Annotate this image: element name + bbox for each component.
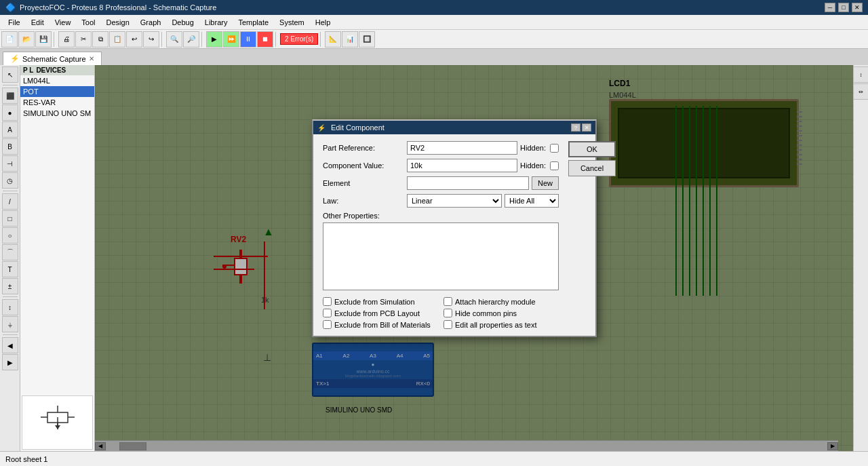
- component-value-row: Component Value: Hidden:: [323, 159, 559, 172]
- tool-symbol[interactable]: ±: [2, 278, 18, 294]
- tb-layout[interactable]: 📊: [342, 31, 358, 47]
- law-select[interactable]: Linear Audio Antilog: [407, 194, 502, 208]
- dialog-wrapper: Part Reference: Hidden: Component Value:…: [313, 134, 595, 336]
- tool-terminal[interactable]: ⊣: [2, 155, 18, 172]
- exclude-bom-row: Exclude from Bill of Materials: [323, 320, 438, 329]
- left-tool-panel: ↖ ⬛ ● A B ⊣ ◷ / □ ○ ⌒ T ± ↕ ⏚ ◀ ▶: [0, 65, 20, 451]
- tool-tape[interactable]: ⏚: [2, 316, 18, 332]
- dialog-title-text: Edit Component: [331, 123, 384, 132]
- tb-undo[interactable]: ↩: [126, 31, 142, 47]
- tb-paste[interactable]: 📋: [109, 31, 125, 47]
- tb-zoom-out[interactable]: 🔎: [183, 31, 199, 47]
- error-badge[interactable]: 2 Error(s): [280, 33, 318, 45]
- status-text: Root sheet 1: [5, 455, 47, 463]
- tb-3d[interactable]: 🔲: [359, 31, 375, 47]
- other-properties-textarea[interactable]: [323, 222, 559, 290]
- edit-component-dialog: ⚡ Edit Component ? ✕ Part Reference:: [312, 119, 597, 337]
- device-item-pot[interactable]: POT: [20, 86, 94, 97]
- attach-hierarchy-checkbox[interactable]: [443, 297, 452, 306]
- tool-junction[interactable]: ●: [2, 104, 18, 121]
- tool-pointer[interactable]: ↖: [2, 66, 18, 83]
- other-properties-section: Other Properties:: [323, 212, 559, 292]
- element-new-button[interactable]: New: [532, 176, 559, 190]
- law-visibility-select[interactable]: Hide All Show All None: [505, 194, 559, 208]
- menu-template[interactable]: Template: [233, 17, 274, 28]
- dialog-close-btn[interactable]: ✕: [582, 123, 591, 132]
- tool-port[interactable]: ◷: [2, 172, 18, 189]
- status-bar: Root sheet 1: [0, 451, 868, 466]
- menu-help[interactable]: Help: [310, 17, 336, 28]
- close-window-button[interactable]: ✕: [852, 3, 863, 12]
- device-item-simulino[interactable]: SIMULINO UNO SM: [20, 108, 94, 119]
- tb-cut[interactable]: ✂: [75, 31, 92, 47]
- tool-line[interactable]: /: [2, 193, 18, 210]
- tb-pause[interactable]: ⏸: [240, 31, 256, 47]
- tool-probe[interactable]: ↕: [2, 299, 18, 315]
- tab-schematic[interactable]: ⚡ Schematic Capture ✕: [3, 52, 102, 65]
- component-value-hidden-label: Hidden:: [520, 161, 546, 170]
- cancel-button[interactable]: Cancel: [568, 160, 616, 176]
- tb-copy[interactable]: ⧉: [92, 31, 108, 47]
- hide-common-pins-checkbox[interactable]: [443, 309, 452, 317]
- tb-run[interactable]: ▶: [206, 31, 222, 47]
- exclude-simulation-checkbox[interactable]: [323, 297, 332, 306]
- tool-box[interactable]: □: [2, 210, 18, 227]
- menu-graph[interactable]: Graph: [135, 17, 167, 28]
- tool-bus-label[interactable]: B: [2, 138, 18, 155]
- component-value-hidden-checkbox[interactable]: [550, 161, 559, 170]
- menu-edit[interactable]: Edit: [26, 17, 50, 28]
- tool-text[interactable]: T: [2, 261, 18, 277]
- menu-debug[interactable]: Debug: [166, 17, 199, 28]
- tb-redo[interactable]: ↪: [143, 31, 159, 47]
- tool-arc[interactable]: ⌒: [2, 244, 18, 260]
- dialog-title-controls[interactable]: ? ✕: [571, 123, 591, 132]
- tool-wire-label[interactable]: A: [2, 121, 18, 138]
- menu-system[interactable]: System: [274, 17, 310, 28]
- dialog-help-title-btn[interactable]: ?: [571, 123, 580, 132]
- menu-library[interactable]: Library: [199, 17, 233, 28]
- device-item-res-var[interactable]: RES-VAR: [20, 97, 94, 108]
- tb-save[interactable]: 💾: [35, 31, 52, 47]
- maximize-button[interactable]: □: [838, 3, 849, 12]
- tool-sep2: [3, 191, 18, 191]
- menu-tool[interactable]: Tool: [76, 17, 100, 28]
- svg-marker-6: [55, 425, 60, 429]
- tb-stop[interactable]: ⏹: [257, 31, 273, 47]
- tb-step[interactable]: ⏩: [223, 31, 239, 47]
- tb-new[interactable]: 📄: [1, 31, 18, 47]
- tool-nav-right[interactable]: ▶: [2, 354, 18, 370]
- component-value-input[interactable]: [407, 159, 517, 172]
- title-bar-controls[interactable]: ─ □ ✕: [825, 3, 863, 12]
- tool-circle[interactable]: ○: [2, 227, 18, 244]
- menu-view[interactable]: View: [50, 17, 77, 28]
- part-reference-label: Part Reference:: [323, 144, 404, 152]
- exclude-pcb-checkbox[interactable]: [323, 309, 332, 317]
- tool-component[interactable]: ⬛: [2, 88, 18, 104]
- menu-design[interactable]: Design: [101, 17, 135, 28]
- ok-button[interactable]: OK: [568, 141, 616, 157]
- device-item-lm044l[interactable]: LM044L: [20, 75, 94, 86]
- dialog-content: Part Reference: Hidden: Component Value:…: [313, 134, 568, 336]
- part-reference-hidden-checkbox[interactable]: [550, 144, 559, 153]
- part-reference-row: Part Reference: Hidden:: [323, 141, 559, 155]
- tool-sep4: [3, 334, 18, 335]
- device-list: LM044L POT RES-VAR SIMULINO UNO SM: [20, 75, 94, 394]
- minimize-button[interactable]: ─: [825, 3, 835, 12]
- tab-close-button[interactable]: ✕: [89, 55, 94, 62]
- exclude-bom-checkbox[interactable]: [323, 320, 332, 329]
- right-btn-2[interactable]: ⇔: [853, 83, 869, 100]
- tb-schematic[interactable]: 📐: [325, 31, 341, 47]
- window-title: ProyectoFOC - Proteus 8 Professional - S…: [20, 3, 216, 12]
- tb-open[interactable]: 📂: [18, 31, 35, 47]
- tb-print[interactable]: 🖨: [58, 31, 75, 47]
- device-preview-svg: [37, 402, 78, 443]
- tb-zoom-in[interactable]: 🔍: [166, 31, 182, 47]
- tool-nav-left[interactable]: ◀: [2, 337, 18, 353]
- edit-all-props-checkbox[interactable]: [443, 320, 452, 329]
- element-input[interactable]: [407, 176, 529, 190]
- part-reference-input[interactable]: [407, 141, 517, 155]
- right-btn-1[interactable]: ↕: [853, 66, 869, 83]
- component-value-label: Component Value:: [323, 161, 404, 170]
- canvas-area[interactable]: LCD1 LM044L: [95, 65, 853, 451]
- menu-file[interactable]: File: [3, 17, 26, 28]
